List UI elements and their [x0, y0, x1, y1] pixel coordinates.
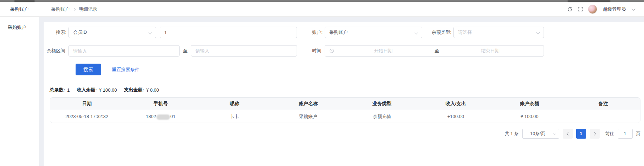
total-count-label: 总条数:	[50, 87, 65, 93]
end-date-placeholder[interactable]: 结束日期	[441, 48, 540, 54]
date-range-picker[interactable]: 开始日期 至 结束日期	[325, 45, 544, 57]
cell-amount: +100.00	[419, 114, 492, 119]
income-label: 收入余额:	[77, 87, 97, 93]
total-count-value: 1	[67, 87, 70, 93]
balance-type-label: 余额类型:	[422, 29, 451, 36]
col-remark: 备注	[566, 101, 640, 107]
filter-row-2: 余额区间: 至 时间: 开始日期 至 结束日期	[44, 45, 644, 57]
expense-label: 支出金额:	[124, 87, 144, 93]
cell-date: 2023-05-18 17:32:32	[50, 114, 124, 119]
chevron-right-icon	[73, 8, 76, 11]
sidebar-module-title[interactable]: 采购账户	[0, 2, 39, 16]
date-to-label: 至	[433, 48, 441, 54]
chevron-down-icon	[149, 31, 152, 34]
clock-icon	[329, 48, 334, 53]
header-actions: 超级管理员	[567, 2, 644, 16]
expense-value: ¥ 0.00	[146, 87, 159, 93]
account-value: 采购账户	[329, 29, 348, 36]
balance-max-input[interactable]	[191, 45, 297, 57]
account-select[interactable]: 采购账户	[325, 27, 422, 38]
chevron-down-icon	[536, 31, 540, 34]
cell-biz-type: 余额充值	[345, 113, 419, 120]
goto-suffix: 页	[636, 131, 641, 137]
balance-type-select[interactable]: 请选择	[453, 27, 544, 38]
account-label: 账户:	[297, 29, 323, 36]
header-bar: 采购账户 采购账户 明细记录 超级管理员	[0, 2, 644, 17]
prev-page-button[interactable]	[563, 129, 573, 139]
time-label: 时间:	[297, 48, 323, 54]
cutoff-top-navbar	[0, 0, 644, 2]
search-button[interactable]: 搜索	[76, 64, 101, 75]
pagination: 共 1 条 10条/页 1 前往 页	[44, 129, 644, 139]
page-size-select[interactable]: 10条/页	[522, 129, 559, 139]
col-account-name: 账户名称	[271, 101, 345, 107]
cutoff-text-fragment	[568, 0, 610, 2]
phone-suffix: 01	[170, 114, 175, 119]
page-number-1[interactable]: 1	[576, 129, 586, 139]
chevron-down-icon	[415, 31, 418, 34]
cell-nickname: 卡卡	[198, 113, 271, 120]
user-name[interactable]: 超级管理员	[603, 6, 626, 12]
summary-line: 总条数: 1 收入余额: ¥ 100.00 支出金额: ¥ 0.00	[44, 87, 644, 93]
col-date: 日期	[50, 101, 124, 107]
chevron-right-icon	[592, 132, 596, 135]
col-biz-type: 业务类型	[345, 101, 419, 107]
chevron-left-icon	[566, 132, 570, 135]
balance-type-placeholder: 请选择	[458, 29, 472, 36]
search-value-input[interactable]	[160, 27, 297, 38]
refresh-icon[interactable]	[567, 6, 573, 12]
table-header-row: 日期 手机号 昵称 账户名称 业务类型 收入/支出 账户余额 备注	[50, 98, 640, 110]
breadcrumb-item-current: 明细记录	[79, 6, 97, 12]
col-amount: 收入/支出	[419, 101, 492, 107]
fullscreen-icon[interactable]	[578, 6, 583, 12]
filter-row-1: 搜索: 会员ID 账户: 采购账户 余额类型: 请选择	[44, 27, 644, 38]
cutoff-text-fragment	[14, 0, 35, 2]
filter-actions: 搜索 重置搜索条件	[44, 64, 644, 75]
balance-range-label: 余额区间:	[44, 48, 66, 54]
chevron-down-icon	[553, 132, 556, 135]
main-area: 搜索: 会员ID 账户: 采购账户 余额类型: 请选择	[39, 17, 644, 166]
breadcrumb-item[interactable]: 采购账户	[51, 6, 70, 12]
goto-page-input[interactable]	[618, 129, 633, 139]
content-card: 搜索: 会员ID 账户: 采购账户 余额类型: 请选择	[44, 22, 644, 166]
start-date-placeholder[interactable]: 开始日期	[334, 48, 433, 54]
records-table: 日期 手机号 昵称 账户名称 业务类型 收入/支出 账户余额 备注 2023-0…	[50, 97, 640, 123]
income-value: ¥ 100.00	[99, 87, 117, 93]
cell-phone: 180201	[124, 114, 198, 119]
range-to-label: 至	[180, 48, 191, 54]
col-balance: 账户余额	[492, 101, 566, 107]
search-label: 搜索:	[44, 29, 66, 36]
page-size-value: 10条/页	[530, 131, 545, 137]
cell-balance: ¥ 100.00	[492, 114, 566, 119]
phone-masked-blur	[156, 114, 170, 120]
user-avatar[interactable]	[588, 5, 597, 14]
next-page-button[interactable]	[590, 129, 600, 139]
chevron-down-icon[interactable]	[632, 7, 635, 10]
search-type-select[interactable]: 会员ID	[68, 27, 156, 38]
cell-account-name: 采购账户	[271, 113, 345, 120]
sidebar: 采购账户	[0, 17, 39, 166]
goto-label: 前往	[605, 131, 614, 137]
table-row: 2023-05-18 17:32:32 180201 卡卡 采购账户 余额充值 …	[50, 110, 640, 123]
col-phone: 手机号	[124, 101, 198, 107]
reset-search-link[interactable]: 重置搜索条件	[112, 66, 139, 73]
phone-prefix: 1802	[146, 114, 156, 119]
col-nickname: 昵称	[198, 101, 271, 107]
pagination-total: 共 1 条	[505, 131, 519, 137]
sidebar-item-purchase-account[interactable]: 采购账户	[0, 21, 39, 34]
search-type-value: 会员ID	[73, 29, 87, 36]
breadcrumb: 采购账户 明细记录	[39, 2, 567, 16]
balance-min-input[interactable]	[68, 45, 180, 57]
